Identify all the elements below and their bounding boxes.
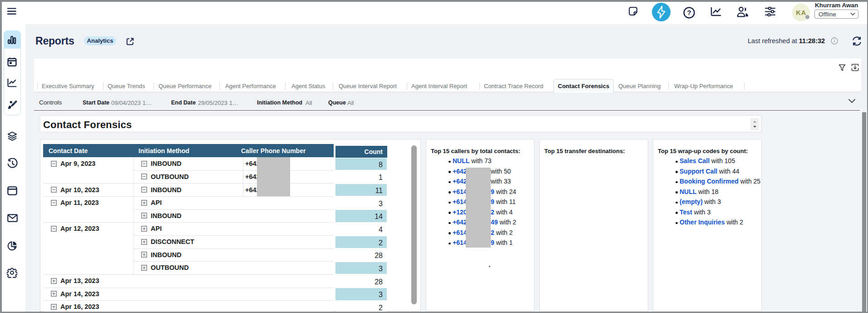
- svg-text:?: ?: [687, 9, 691, 16]
